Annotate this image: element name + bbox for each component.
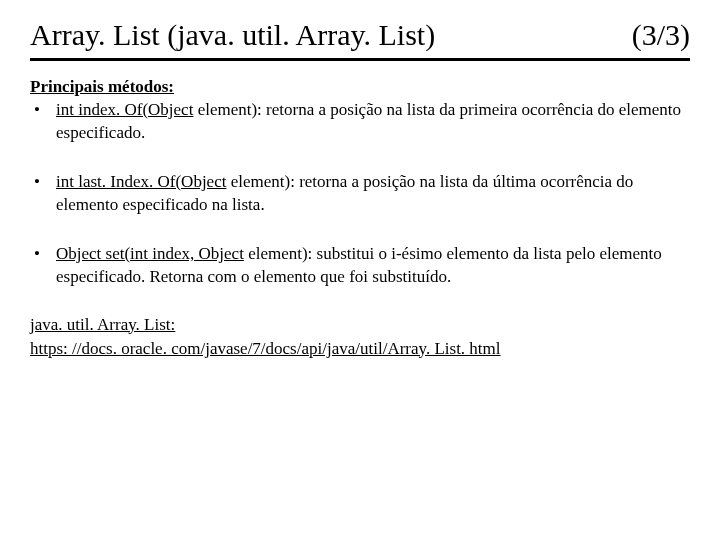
page-counter: (3/3) <box>632 18 690 52</box>
footer: java. util. Array. List: https: //docs. … <box>30 315 690 359</box>
list-item: • int last. Index. Of(Object element): r… <box>30 171 690 217</box>
bullet-icon: • <box>30 171 56 194</box>
method-text: int last. Index. Of(Object element): ret… <box>56 171 690 217</box>
list-item: • Object set(int index, Object element):… <box>30 243 690 289</box>
section-heading: Principais métodos: <box>30 77 690 97</box>
method-text: Object set(int index, Object element): s… <box>56 243 690 289</box>
bullet-icon: • <box>30 99 56 122</box>
method-text: int index. Of(Object element): retorna a… <box>56 99 690 145</box>
footer-label: java. util. Array. List: <box>30 315 690 335</box>
title-row: Array. List (java. util. Array. List) (3… <box>30 18 690 61</box>
method-signature: int last. Index. Of(Object <box>56 172 226 191</box>
method-signature: Object set(int index, Object <box>56 244 244 263</box>
page-title: Array. List (java. util. Array. List) <box>30 18 435 52</box>
method-list: • int index. Of(Object element): retorna… <box>30 99 690 289</box>
doc-link[interactable]: https: //docs. oracle. com/javase/7/docs… <box>30 339 501 358</box>
list-item: • int index. Of(Object element): retorna… <box>30 99 690 145</box>
bullet-icon: • <box>30 243 56 266</box>
method-signature: int index. Of(Object <box>56 100 193 119</box>
